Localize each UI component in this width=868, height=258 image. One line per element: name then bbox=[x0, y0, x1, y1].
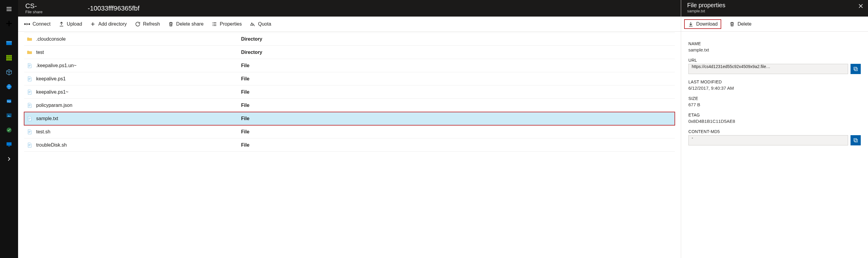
add-resource-icon[interactable] bbox=[0, 16, 18, 31]
connect-label: Connect bbox=[33, 22, 51, 27]
file-row[interactable]: .cloudconsoleDirectory bbox=[24, 33, 675, 46]
copy-url-button[interactable] bbox=[850, 64, 861, 74]
file-name: troubleDisk.sh bbox=[36, 142, 67, 148]
properties-subtitle: sample.txt bbox=[687, 9, 858, 13]
connect-button[interactable]: Connect bbox=[24, 21, 51, 27]
last-modified-value: 6/12/2017, 9:40:37 AM bbox=[688, 85, 861, 90]
etag-label: ETAG bbox=[688, 113, 861, 117]
file-row[interactable]: policyparam.jsonFile bbox=[24, 99, 675, 112]
folder-icon bbox=[27, 36, 33, 42]
upload-button[interactable]: Upload bbox=[59, 21, 82, 27]
name-value: sample.txt bbox=[688, 47, 861, 52]
folder-icon bbox=[27, 49, 33, 56]
file-type: File bbox=[241, 89, 301, 95]
delete-share-label: Delete share bbox=[176, 22, 204, 27]
left-sidebar bbox=[0, 0, 18, 258]
properties-label: Properties bbox=[220, 22, 242, 27]
cube-icon[interactable] bbox=[0, 65, 18, 79]
file-name: keepalive.ps1~ bbox=[36, 89, 68, 95]
mgmt-icon[interactable] bbox=[0, 123, 18, 137]
file-type: File bbox=[241, 103, 301, 108]
blade-toolbar: Connect Upload Add directory Refresh Del… bbox=[18, 16, 681, 32]
copy-md5-button[interactable] bbox=[850, 135, 861, 145]
url-value[interactable]: https://cs4d1231ed55c92x4509x9a2.file… bbox=[688, 64, 848, 74]
properties-button[interactable]: Properties bbox=[211, 21, 242, 27]
file-icon bbox=[27, 63, 33, 69]
file-type: File bbox=[241, 76, 301, 82]
connect-icon bbox=[24, 21, 30, 27]
file-row[interactable]: troubleDisk.shFile bbox=[24, 139, 675, 152]
quota-button[interactable]: Quota bbox=[250, 21, 271, 27]
blade-subtitle: File share bbox=[25, 10, 42, 14]
delete-file-label: Delete bbox=[738, 22, 751, 27]
file-type: Directory bbox=[241, 36, 301, 42]
file-row[interactable]: test.shFile bbox=[24, 125, 675, 139]
file-row[interactable]: sample.txtFile bbox=[24, 112, 675, 125]
close-icon[interactable] bbox=[858, 3, 864, 10]
download-label: Download bbox=[696, 22, 718, 27]
file-icon bbox=[27, 102, 33, 108]
sql-icon[interactable] bbox=[0, 94, 18, 108]
file-type: Directory bbox=[241, 50, 301, 55]
upload-icon bbox=[59, 21, 64, 27]
file-type: File bbox=[241, 142, 301, 148]
file-properties-pane: File properties sample.txt Download Dele… bbox=[681, 0, 868, 258]
refresh-icon bbox=[135, 21, 141, 27]
file-name: .keepalive.ps1.un~ bbox=[36, 63, 76, 68]
md5-value[interactable]: - bbox=[688, 135, 848, 145]
blade-title-suffix: -10033fff96365fbf bbox=[88, 4, 140, 12]
file-row[interactable]: .keepalive.ps1.un~File bbox=[24, 59, 675, 72]
properties-body: NAME sample.txt URL https://cs4d1231ed55… bbox=[681, 32, 868, 151]
globe-icon[interactable] bbox=[0, 79, 18, 94]
quota-icon bbox=[250, 21, 255, 27]
file-row[interactable]: keepalive.ps1~File bbox=[24, 85, 675, 99]
trash-icon bbox=[729, 21, 735, 27]
monitor-icon[interactable] bbox=[0, 137, 18, 152]
file-name: test.sh bbox=[36, 129, 50, 135]
quota-label: Quota bbox=[258, 22, 271, 27]
file-type: File bbox=[241, 63, 301, 68]
name-label: NAME bbox=[688, 41, 861, 46]
expand-chevron-icon[interactable] bbox=[0, 152, 18, 166]
last-modified-label: LAST MODIFIED bbox=[688, 79, 861, 84]
file-type: File bbox=[241, 116, 301, 121]
file-list: .cloudconsoleDirectorytestDirectory.keep… bbox=[18, 32, 681, 258]
size-label: SIZE bbox=[688, 96, 861, 101]
file-icon bbox=[27, 142, 33, 148]
md5-label: CONTENT-MD5 bbox=[688, 129, 861, 134]
blade-header: CS- File share -10033fff96365fbf bbox=[18, 0, 681, 16]
file-name: .cloudconsole bbox=[36, 36, 66, 42]
template-icon[interactable] bbox=[0, 108, 18, 123]
delete-share-button[interactable]: Delete share bbox=[168, 21, 204, 27]
file-icon bbox=[27, 76, 33, 82]
download-icon bbox=[688, 21, 694, 27]
upload-label: Upload bbox=[67, 22, 82, 27]
properties-toolbar: Download Delete bbox=[681, 16, 868, 32]
properties-title: File properties bbox=[687, 2, 858, 9]
add-directory-icon bbox=[90, 21, 96, 27]
file-name: policyparam.json bbox=[36, 103, 72, 108]
all-services-icon[interactable] bbox=[0, 50, 18, 65]
properties-icon bbox=[211, 21, 217, 27]
refresh-button[interactable]: Refresh bbox=[135, 21, 160, 27]
file-icon bbox=[27, 116, 33, 122]
refresh-label: Refresh bbox=[143, 22, 160, 27]
add-directory-button[interactable]: Add directory bbox=[90, 21, 127, 27]
etag-value: 0x8D4B1B1C11D5AE8 bbox=[688, 119, 861, 124]
size-value: 677 B bbox=[688, 102, 861, 107]
file-type: File bbox=[241, 129, 301, 135]
dashboard-icon[interactable] bbox=[0, 36, 18, 50]
file-icon bbox=[27, 129, 33, 135]
trash-icon bbox=[168, 21, 174, 27]
properties-header: File properties sample.txt bbox=[681, 0, 868, 16]
file-row[interactable]: keepalive.ps1File bbox=[24, 72, 675, 85]
file-name: test bbox=[36, 50, 44, 55]
blade-title: CS- bbox=[25, 2, 42, 10]
add-directory-label: Add directory bbox=[98, 22, 127, 27]
download-button[interactable]: Download bbox=[684, 19, 721, 29]
url-label: URL bbox=[688, 58, 861, 63]
file-row[interactable]: testDirectory bbox=[24, 46, 675, 59]
menu-icon[interactable] bbox=[0, 2, 18, 16]
file-icon bbox=[27, 89, 33, 95]
delete-file-button[interactable]: Delete bbox=[729, 21, 751, 27]
